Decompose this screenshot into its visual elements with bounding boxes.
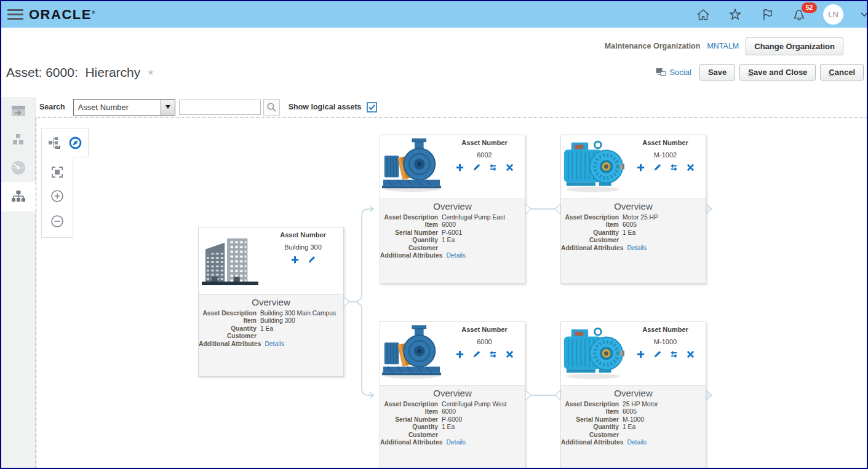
notifications-bell-icon[interactable]: 52: [791, 7, 807, 23]
overview-field: Additional AttributesDetails: [380, 252, 525, 259]
field-label: Quantity: [561, 424, 623, 431]
fit-to-window-button[interactable]: [50, 165, 64, 179]
notification-badge: 52: [802, 2, 817, 13]
delete-asset-icon[interactable]: [505, 163, 514, 172]
motor-image: [561, 322, 625, 385]
sidebar-tab-drawer[interactable]: [1, 97, 36, 125]
layout-options-button[interactable]: [47, 136, 61, 149]
field-label: Serial Number: [380, 416, 442, 424]
show-logical-assets-checkbox[interactable]: [367, 102, 377, 112]
overview-field: Serial NumberM-1000: [561, 416, 706, 424]
field-label: Quantity: [561, 229, 623, 237]
sidebar-tab-hierarchy[interactable]: [1, 182, 36, 211]
flag-icon[interactable]: [759, 7, 775, 23]
dropdown-arrow-button[interactable]: [161, 100, 175, 115]
field-label: Asset Description: [380, 401, 442, 408]
sidebar-tab-blocks[interactable]: [1, 125, 36, 154]
field-value: 6000: [442, 221, 456, 229]
field-label: Quantity: [199, 325, 260, 333]
maintenance-org-link[interactable]: MNTALM: [707, 42, 739, 50]
delete-asset-icon[interactable]: [686, 350, 695, 359]
details-link[interactable]: Details: [265, 341, 284, 348]
avatar-chevron-down-icon[interactable]: [861, 9, 868, 20]
swap-asset-icon[interactable]: [669, 350, 679, 359]
asset-search-category-select[interactable]: Asset Number: [73, 99, 175, 116]
favorites-star-icon[interactable]: [727, 7, 743, 23]
edit-asset-icon[interactable]: [653, 350, 662, 359]
page-title: Asset: 6000: Hierarchy: [6, 65, 140, 80]
field-label: Asset Description: [199, 310, 260, 317]
field-value: 6000: [442, 408, 456, 416]
save-button[interactable]: Save: [699, 64, 735, 81]
menu-hamburger-icon[interactable]: [7, 9, 23, 20]
asset-card-building-300: Asset NumberBuilding 300OverviewAsset De…: [198, 227, 344, 377]
asset-number-label: Asset Number: [444, 326, 525, 333]
expand-node-notch[interactable]: [706, 204, 712, 214]
field-value: Centrifugal Pump East: [442, 214, 505, 221]
overview-field: Additional AttributesDetails: [199, 341, 343, 348]
swap-asset-icon[interactable]: [488, 163, 498, 172]
edit-asset-icon[interactable]: [472, 163, 481, 172]
user-avatar[interactable]: LN: [823, 4, 843, 25]
field-label: Additional Attributes: [199, 341, 265, 348]
sidebar-tab-gauge[interactable]: [1, 154, 36, 182]
asset-number-label: Asset Number: [625, 326, 706, 333]
overview-title: Overview: [380, 199, 525, 214]
field-value: 1 Ea: [623, 424, 635, 431]
details-link[interactable]: Details: [627, 245, 646, 252]
zoom-out-icon: [50, 214, 65, 229]
zoom-in-button[interactable]: [50, 189, 65, 203]
swap-asset-icon[interactable]: [669, 163, 679, 172]
asset-search-bar: Search Asset Number Show logical assets: [36, 97, 377, 117]
social-button[interactable]: Social: [656, 68, 691, 77]
search-input[interactable]: [179, 100, 261, 115]
gauge-icon: [10, 159, 27, 176]
overview-field: Additional AttributesDetails: [561, 439, 706, 446]
overview-field: Quantity1 Ea: [199, 325, 343, 333]
global-header: ORACLE® 52 LN: [1, 1, 867, 28]
overview-field: ItemBuilding 300: [199, 317, 343, 325]
swap-asset-icon[interactable]: [488, 350, 498, 359]
edit-asset-icon[interactable]: [653, 163, 662, 172]
asset-card-motor-m1000: Asset NumberM-1000OverviewAsset Descript…: [560, 321, 706, 468]
delete-asset-icon[interactable]: [686, 163, 695, 172]
zoom-out-button[interactable]: [50, 214, 65, 229]
details-link[interactable]: Details: [627, 439, 646, 446]
field-value: 1 Ea: [623, 229, 635, 237]
field-label: Serial Number: [561, 416, 623, 424]
pump-image: [380, 322, 444, 385]
details-link[interactable]: Details: [446, 439, 465, 446]
overview-field: Asset DescriptionCentrifugal Pump West: [380, 401, 525, 408]
overview-field: Asset DescriptionMotor 25 HP: [561, 214, 706, 221]
change-organization-button[interactable]: Change Organization: [746, 37, 843, 55]
field-value: 1 Ea: [442, 237, 455, 244]
overview-field: Item6005: [561, 221, 706, 229]
favorite-toggle-star-icon[interactable]: [146, 68, 156, 77]
hierarchy-icon: [10, 189, 26, 204]
edit-asset-icon[interactable]: [307, 255, 316, 264]
social-icon: [656, 68, 666, 77]
home-icon[interactable]: [695, 7, 711, 23]
field-label: Additional Attributes: [561, 245, 627, 252]
details-link[interactable]: Details: [446, 252, 465, 259]
delete-asset-icon[interactable]: [505, 350, 514, 359]
add-asset-icon[interactable]: [455, 350, 464, 359]
maintenance-org-label: Maintenance Organization: [605, 42, 701, 50]
field-label: Customer: [199, 333, 260, 340]
asset-number-label: Asset Number: [263, 231, 343, 238]
add-asset-icon[interactable]: [636, 350, 645, 359]
add-asset-icon[interactable]: [290, 255, 300, 264]
card-actions: [444, 163, 525, 172]
field-label: Asset Description: [561, 214, 623, 221]
add-asset-icon[interactable]: [636, 163, 645, 172]
cancel-button[interactable]: Cancel: [820, 64, 864, 81]
asset-number-label: Asset Number: [625, 139, 706, 146]
field-value: 6005: [623, 221, 637, 229]
compass-pan-button[interactable]: [68, 136, 82, 150]
save-and-close-button[interactable]: Save and Close: [739, 64, 816, 81]
edit-asset-icon[interactable]: [472, 350, 481, 359]
add-asset-icon[interactable]: [455, 163, 464, 172]
overview-field: Customer: [561, 237, 706, 244]
search-button[interactable]: [263, 99, 280, 116]
expand-node-notch[interactable]: [706, 390, 712, 400]
